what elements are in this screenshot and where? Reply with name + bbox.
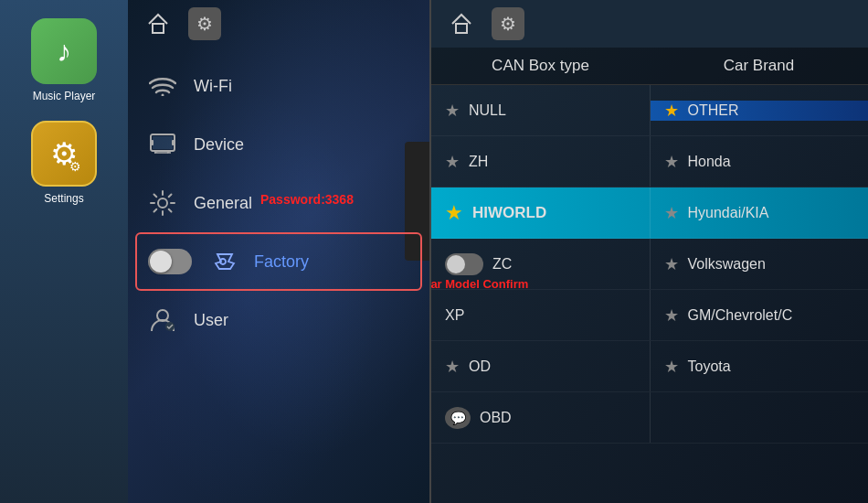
svg-point-8 — [158, 198, 167, 208]
table-row-3[interactable]: ZC Car Model Confirm ★ Volkswagen — [431, 239, 868, 290]
zc-toggle-knob — [447, 255, 465, 273]
user-icon — [146, 304, 179, 337]
gear-icon-right[interactable]: ⚙ — [492, 7, 524, 40]
wifi-icon — [146, 70, 179, 102]
can-cell-od: ★ OD — [431, 357, 650, 377]
can-cell-hiworld: ★ HIWORLD — [431, 201, 650, 225]
car-cell-other: ★ OTHER — [651, 101, 869, 121]
svg-point-9 — [220, 259, 226, 264]
wifi-label: Wi-Fi — [194, 77, 232, 96]
svg-rect-0 — [153, 24, 164, 33]
can-cell-zc: ZC Car Model Confirm — [431, 253, 650, 275]
car-cell-volkswagen: ★ Volkswagen — [651, 254, 869, 274]
car-label-volkswagen: Volkswagen — [688, 256, 766, 273]
middle-top-bar: ⚙ — [128, 0, 429, 48]
device-icon — [146, 128, 179, 161]
car-label-hyundai: Hyundai/KIA — [688, 205, 769, 221]
music-player-app[interactable]: ♪ Music Player — [31, 18, 97, 102]
obd-icon: 💬 — [445, 407, 471, 429]
factory-toggle[interactable] — [148, 249, 192, 274]
star-toyota: ★ — [664, 357, 679, 377]
obd-msg-symbol: 💬 — [450, 411, 466, 425]
main-content: ⚙ Password:3368 Wi-Fi — [128, 0, 868, 503]
factory-icon — [206, 245, 239, 278]
settings-app[interactable]: ⚙⚙ Settings — [31, 121, 97, 205]
table-row-1[interactable]: ★ ZH ★ Honda — [431, 136, 868, 187]
star-gm: ★ — [664, 305, 679, 326]
can-label-null: NULL — [469, 102, 506, 119]
factory-label: Factory — [254, 252, 309, 272]
car-cell-hyundai: ★ Hyundai/KIA — [651, 203, 869, 223]
can-box-type-header: CAN Box type — [431, 57, 650, 75]
toggle-knob — [150, 251, 172, 273]
table-row-0[interactable]: ★ NULL ★ OTHER — [431, 85, 868, 136]
can-label-hiworld: HIWORLD — [472, 204, 546, 222]
star-zh: ★ — [445, 152, 460, 172]
car-model-confirm-label: Car Model Confirm — [431, 277, 528, 291]
table-row-5[interactable]: ★ OD ★ Toyota — [431, 341, 868, 392]
can-cell-zh: ★ ZH — [431, 152, 650, 172]
car-cell-gm: ★ GM/Chevrolet/C — [651, 305, 869, 326]
car-label-other: OTHER — [688, 102, 739, 119]
can-label-zc: ZC — [492, 256, 512, 273]
menu-item-factory[interactable]: ➜ Factory — [135, 232, 422, 291]
can-cell-null: ★ NULL — [431, 101, 650, 121]
zc-confirm-toggle[interactable] — [445, 253, 483, 275]
table-row-4[interactable]: XP ★ GM/Chevrolet/C — [431, 290, 868, 341]
can-cell-xp: XP — [431, 307, 650, 324]
menu-item-device[interactable]: ➜ Device ➜ — [128, 115, 429, 174]
car-label-gm: GM/Chevrolet/C — [688, 307, 793, 324]
gear-symbol-right: ⚙ — [500, 13, 516, 35]
music-note-icon: ♪ — [57, 35, 71, 69]
home-icon-middle[interactable] — [142, 7, 175, 40]
car-cell-honda: ★ Honda — [651, 152, 869, 172]
gear-icon-middle[interactable]: ⚙ — [188, 7, 221, 40]
star-hiworld: ★ — [445, 201, 463, 225]
can-cell-obd: 💬 OBD — [431, 407, 650, 429]
star-volkswagen: ★ — [664, 254, 679, 274]
svg-point-1 — [162, 94, 164, 97]
car-brand-header: Car Brand — [650, 57, 868, 75]
star-other: ★ — [664, 101, 679, 121]
right-panel: ⚙ CAN Box type Car Brand ★ NULL ★ OTHER — [431, 0, 868, 503]
car-cell-toyota: ★ Toyota — [651, 357, 869, 377]
general-icon — [146, 187, 179, 219]
general-label: General — [194, 194, 252, 213]
car-confirm-annotation: Car Model Confirm — [431, 275, 528, 292]
menu-item-user[interactable]: User — [128, 291, 429, 349]
right-top-bar: ⚙ — [431, 0, 868, 48]
home-icon-right[interactable] — [445, 7, 478, 40]
can-table-body: ★ NULL ★ OTHER ★ ZH ★ Honda — [431, 85, 868, 503]
car-label-honda: Honda — [688, 154, 731, 170]
can-label-zh: ZH — [469, 154, 488, 170]
sidebar: ♪ Music Player ⚙⚙ Settings — [0, 0, 128, 503]
gear-symbol: ⚙ — [196, 13, 213, 35]
can-label-xp: XP — [445, 307, 464, 324]
star-null: ★ — [445, 101, 460, 121]
svg-rect-3 — [151, 140, 153, 145]
settings-icon-box: ⚙⚙ — [31, 121, 97, 187]
music-player-label: Music Player — [33, 90, 96, 102]
svg-rect-12 — [456, 24, 467, 33]
music-player-icon-box: ♪ — [31, 18, 97, 84]
table-row-2[interactable]: ★ HIWORLD ★ Hyundai/KIA — [431, 187, 868, 239]
car-label-toyota: Toyota — [688, 359, 731, 375]
settings-gear-icon: ⚙⚙ — [50, 135, 78, 172]
table-row-6[interactable]: 💬 OBD — [431, 392, 868, 444]
star-od: ★ — [445, 357, 460, 377]
user-label: User — [194, 311, 228, 330]
cell-divider-6 — [650, 392, 651, 443]
device-label: Device — [194, 135, 244, 155]
column-headers: CAN Box type Car Brand — [431, 48, 868, 85]
can-label-od: OD — [469, 359, 491, 375]
password-annotation: Password:3368 — [260, 192, 354, 207]
star-hyundai: ★ — [664, 203, 679, 223]
star-honda: ★ — [664, 152, 679, 172]
can-label-obd: OBD — [480, 410, 512, 426]
svg-rect-4 — [172, 140, 175, 145]
settings-label: Settings — [44, 192, 83, 205]
menu-item-wifi[interactable]: Wi-Fi — [128, 57, 429, 115]
middle-panel: ⚙ Password:3368 Wi-Fi — [128, 0, 429, 503]
